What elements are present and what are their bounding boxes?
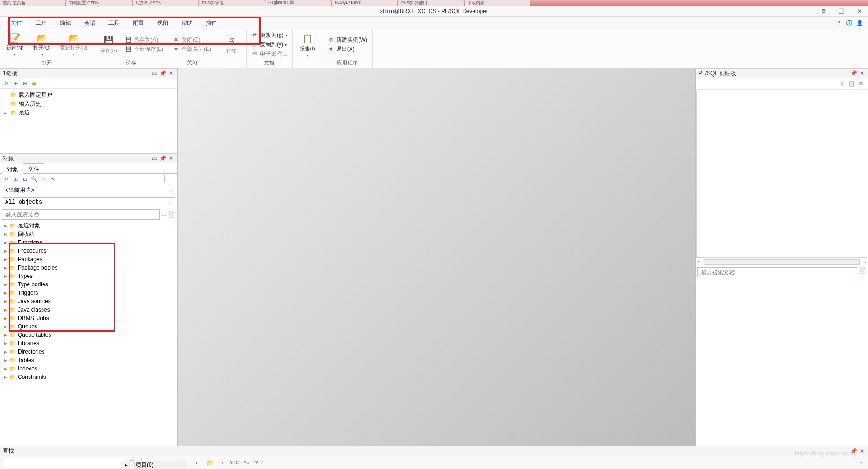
tree-item[interactable]: ▸📁Indexes [3,364,174,373]
panel-window-icon[interactable]: ▭ [151,155,158,162]
window-icon[interactable]: ⧉ [858,81,864,87]
ribbon-reopen-button[interactable]: 📂重新打开(R)▾ [57,31,90,57]
panel-close-icon[interactable]: ✕ [168,155,174,162]
scroll-right-icon[interactable]: › [860,259,866,265]
window-icon[interactable]: ▭ [196,459,201,466]
tree-item[interactable]: ▸📁Java classes [3,306,174,314]
objects-search-input[interactable] [2,209,160,220]
tree-item[interactable]: ▸📁Packages [3,255,174,263]
refresh-icon[interactable]: ↻ [3,80,9,87]
tree-item[interactable]: ▸📁Type bodies [3,280,174,289]
arrow-icon[interactable]: → [218,459,224,466]
tree-item[interactable]: ▸📁Directories [3,348,174,356]
ribbon-newinstance-button[interactable]: ⚙新建实例(W) [326,36,369,44]
menu-tools[interactable]: 工具 [102,17,126,29]
folder-icon[interactable]: 📁 [206,459,214,466]
ribbon-report-button[interactable]: 📋报告(t)▾ [295,32,320,58]
find-combobox[interactable] [4,458,125,467]
menu-help[interactable]: 帮助 [175,17,199,29]
browser-tab[interactable]: PLSQL安装 [199,0,265,6]
help-icon[interactable]: ? [835,19,843,27]
objects-tree[interactable]: ▸📁最近对象▸📁回收站▸📁Functions▸📁Procedures▸📁Pack… [0,220,177,446]
arrow-back-icon[interactable]: ↖ [50,176,56,182]
clipboard-doc-icon[interactable]: 📄 [859,267,866,277]
ribbon-copyto-button[interactable]: ⎘复制到(y) ▸ [250,40,289,49]
tree-item[interactable]: ▸📁回收站 [3,230,174,238]
user-combobox[interactable]: <当前用户> [2,185,175,195]
ribbon-new-button[interactable]: 📝新建(N)▾ [3,31,27,57]
ribbon-exit-button[interactable]: ✖退出(X) [326,45,369,54]
collapse-icon[interactable]: ⊟ [22,80,28,87]
tree-item[interactable]: ▸📁Java sources [3,297,174,306]
refresh-icon[interactable]: ↻ [3,176,9,182]
abc-icon[interactable]: ABC [229,460,239,465]
panel-window-icon[interactable]: ▭ [151,70,158,77]
menu-plugin[interactable]: 插件 [199,17,223,29]
panel-pin-icon[interactable]: 📌 [850,70,857,77]
tree-item[interactable]: ▸📁Functions [3,238,174,247]
close-button[interactable]: ✕ [853,7,866,16]
tree-item[interactable]: ▸📁Tables [3,356,174,364]
menu-view[interactable]: 视图 [151,17,175,29]
panel-close-icon[interactable]: ✕ [859,448,865,455]
arrow-icon[interactable]: ↗ [40,176,47,182]
folder-icon[interactable]: ▣ [31,80,37,87]
tree-item[interactable]: ▸📁Queues [3,322,174,331]
scroll-left-icon[interactable]: ‹ [697,259,704,265]
connections-tree[interactable]: 📁载入固定用户 📁输入历史 ▸📁最近... [0,89,177,153]
menu-edit[interactable]: 编辑 [53,17,78,29]
browser-tab[interactable]: PLSQL的使用 [398,0,464,6]
tree-item[interactable]: ▸📁Package bodies [3,263,174,272]
tree-item[interactable]: ▸📁最近对象 [3,221,174,230]
minimize-button[interactable]: — [816,7,829,16]
tree-item[interactable]: 📁输入历史 [4,99,173,108]
browser-tab[interactable]: PLSQL+Devel [332,0,397,6]
menu-session[interactable]: 会话 [78,17,102,29]
tree-item[interactable]: ▸📁Libraries [3,339,174,348]
quote-icon[interactable]: "AB" [254,460,263,465]
menu-project[interactable]: 工程 [29,17,53,29]
ribbon-changeto-button[interactable]: ⇄更改为(g) ▸ [250,31,289,40]
maximize-button[interactable]: ☐ [834,7,847,16]
tree-item[interactable]: ▸📁Queue tables [3,331,174,339]
browser-tab[interactable]: 首页-主页面 [0,0,65,6]
tree-item[interactable]: ▸📁DBMS_Jobs [3,314,174,322]
tab-files[interactable]: 文件 [23,163,44,173]
browser-tab[interactable]: 写文章-CSDN [133,0,198,6]
browser-tab[interactable]: 下载内容 [465,0,530,6]
menu-config[interactable]: 配置 [126,17,151,29]
strike-icon[interactable]: Ab [244,460,249,465]
tree-item[interactable]: 📁载入固定用户 [4,91,173,99]
find-icon[interactable]: 🔍 [31,176,37,182]
collapse-icon[interactable]: ⊟ [22,176,28,182]
filter-box[interactable] [164,175,174,183]
clipboard-search-input[interactable] [697,267,857,277]
expand-icon[interactable]: ⊞ [12,176,19,182]
copy-icon[interactable]: ⎘ [839,81,846,87]
tab-objects[interactable]: 对象 [2,164,23,174]
tree-item[interactable]: ▸📁最近... [4,108,173,117]
panel-close-icon[interactable]: ✕ [168,70,174,77]
clipboard-list[interactable] [696,91,867,258]
tree-item[interactable]: ▸📁Types [3,272,174,280]
ribbon-collapse-icon[interactable]: ⌃ [859,461,864,468]
panel-pin-icon[interactable]: 📌 [159,155,166,162]
panel-close-icon[interactable]: ✕ [859,70,865,77]
info-icon[interactable]: ⓘ [846,19,853,27]
user-icon[interactable]: 👤 [856,19,863,27]
filter-combobox[interactable]: All objects [2,197,175,207]
browser-tab[interactable]: Registered.dc [265,0,331,6]
tree-item[interactable]: ▸📁Triggers [3,289,174,297]
browser-tab[interactable]: 前端配置-CSDN [66,0,132,6]
clipboard-scrollbar[interactable]: ‹ › [696,259,868,265]
saveall-icon: 💾 [125,46,132,52]
search-more-button[interactable]: ... [162,211,166,218]
menu-file[interactable]: 文件 [4,17,29,29]
panel-pin-icon[interactable]: 📌 [159,70,166,77]
tree-item[interactable]: ▸📁Constraints [3,373,174,381]
paste-icon[interactable]: 📋 [848,81,855,87]
ribbon-open-button[interactable]: 📂打开(O)▾ [30,31,54,57]
search-doc-icon[interactable]: 📄 [168,211,175,218]
expand-icon[interactable]: ⊞ [12,80,19,87]
tree-item[interactable]: ▸📁Procedures [3,247,174,255]
